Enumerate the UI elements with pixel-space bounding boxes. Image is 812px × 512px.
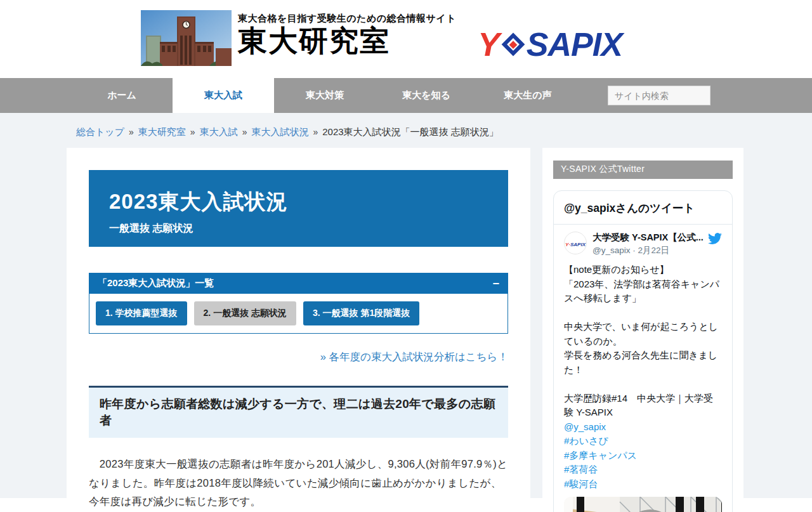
tweet-links: @y_sapix #わいさぴ #多摩キャンパス #茗荷谷 #駿河台 [564, 420, 722, 492]
site-search [608, 86, 710, 105]
nav-item-todaisei-no-koe[interactable]: 東大生の声 [477, 78, 579, 113]
analysis-link-row: » 各年度の東大入試状況分析はこちら！ [89, 350, 508, 364]
diamond-icon [501, 33, 525, 56]
tweet-hashtag-tama-campus[interactable]: #多摩キャンパス [564, 449, 722, 463]
twitter-bird-icon[interactable] [708, 232, 722, 248]
site-tagline: 東大合格を目指す受験生のための総合情報サイト [238, 13, 456, 25]
toc-button-suisen[interactable]: 1. 学校推薦型選抜 [96, 301, 187, 325]
toc-header: 「2023東大入試状況」一覧 − [89, 273, 508, 294]
page-body: 総合トップ»東大研究室»東大入試»東大入試状況»2023東大入試状況「一般選抜 … [0, 113, 812, 498]
main-nav: ホーム 東大入試 東大対策 東大を知る 東大生の声 [0, 78, 812, 113]
site-title: 東大研究室 [238, 25, 456, 58]
breadcrumb-link-todai-kenkyushitsu[interactable]: 東大研究室 [138, 126, 186, 137]
tweet-author-name[interactable]: 大学受験 Y-SAPIX【公式... [593, 232, 704, 244]
toc-box: 「2023東大入試状況」一覧 − 1. 学校推薦型選抜 2. 一般選抜 志願状況… [89, 273, 508, 334]
toc-title: 「2023東大入試状況」一覧 [98, 277, 214, 289]
breadcrumb-link-todai-nyushi[interactable]: 東大入試 [200, 126, 238, 137]
breadcrumb-current: 2023東大入試状況「一般選抜 志願状況」 [322, 126, 499, 137]
tweet-hashtag-surugadai[interactable]: #駿河台 [564, 477, 722, 492]
search-input[interactable] [608, 86, 710, 105]
breadcrumb-separator: » [190, 127, 195, 137]
page-subtitle: 一般選抜 志願状況 [109, 222, 489, 235]
toc-button-shigan-current: 2. 一般選抜 志願状況 [194, 301, 296, 325]
toc-body: 1. 学校推薦型選抜 2. 一般選抜 志願状況 3. 一般選抜 第1段階選抜 [89, 294, 508, 334]
twitter-widget: @y_sapixさんのツイート Y·SAPIX 大学受験 Y-SAPIX【公式.… [553, 190, 733, 512]
tweet-photo[interactable] [564, 497, 722, 512]
toc-button-dai1dankai[interactable]: 3. 一般選抜 第1段階選抜 [303, 301, 419, 325]
breadcrumb-link-nyushi-jokyo[interactable]: 東大入試状況 [251, 126, 308, 137]
page-title-banner: 2023東大入試状況 一般選抜 志願状況 [89, 170, 508, 247]
nav-item-home[interactable]: ホーム [71, 78, 173, 113]
page-title: 2023東大入試状況 [109, 188, 489, 216]
tweet-hashtag-waisapi[interactable]: #わいさぴ [564, 434, 722, 449]
site-header: 東大合格を目指す受験生のための総合情報サイト 東大研究室 Y SAPIX [0, 0, 812, 78]
body-paragraph: 2023年度東大一般選抜の志願者は昨年度から201人減少し、9,306人(対前年… [89, 455, 508, 511]
tweet-handle-date[interactable]: @y_sapix · 2月22日 [593, 245, 704, 256]
tweet-mention-link[interactable]: @y_sapix [564, 420, 722, 435]
sidebar: Y-SAPIX 公式Twitter @y_sapixさんのツイート Y·SAPI… [542, 148, 743, 512]
collapse-minus-icon[interactable]: − [492, 278, 499, 289]
analysis-link[interactable]: » 各年度の東大入試状況分析はこちら！ [320, 351, 508, 362]
section-heading: 昨年度から志願者総数は減少する一方で、理二は過去20年で最多の志願者 [89, 386, 508, 438]
nav-item-todai-taisaku[interactable]: 東大対策 [274, 78, 376, 113]
tweet[interactable]: Y·SAPIX 大学受験 Y-SAPIX【公式... @y_sapix · 2月… [554, 225, 732, 512]
site-logo-link[interactable]: 東大合格を目指す受験生のための総合情報サイト 東大研究室 [141, 10, 456, 66]
main-content: 2023東大入試状況 一般選抜 志願状況 「2023東大入試状況」一覧 − 1.… [67, 148, 530, 512]
breadcrumb-separator: » [313, 127, 318, 137]
nav-item-todai-wo-shiru[interactable]: 東大を知る [376, 78, 477, 113]
tweet-hashtag-myogadani[interactable]: #茗荷谷 [564, 463, 722, 477]
sidebar-twitter-header: Y-SAPIX 公式Twitter [553, 161, 733, 179]
breadcrumb-separator: » [129, 127, 134, 137]
ysapix-logo-sapix: SAPIX [527, 25, 622, 63]
twitter-widget-title: @y_sapixさんのツイート [554, 191, 732, 225]
university-building-photo [141, 10, 232, 66]
breadcrumb-link-top[interactable]: 総合トップ [76, 126, 124, 137]
logo-text: 東大合格を目指す受験生のための総合情報サイト 東大研究室 [238, 10, 456, 66]
breadcrumb: 総合トップ»東大研究室»東大入試»東大入試状況»2023東大入試状況「一般選抜 … [0, 113, 812, 138]
breadcrumb-separator: » [242, 127, 247, 137]
ysapix-logo[interactable]: Y SAPIX [478, 25, 622, 63]
tweet-text: 【note更新のお知らせ】 「2023年、法学部は茗荷谷キャンパスへ移転します」… [564, 263, 722, 420]
nav-item-todai-nyushi[interactable]: 東大入試 [173, 78, 274, 113]
ysapix-logo-y: Y [478, 25, 499, 63]
tweet-author-block: 大学受験 Y-SAPIX【公式... @y_sapix · 2月22日 [593, 232, 704, 256]
avatar[interactable]: Y·SAPIX [564, 232, 587, 254]
